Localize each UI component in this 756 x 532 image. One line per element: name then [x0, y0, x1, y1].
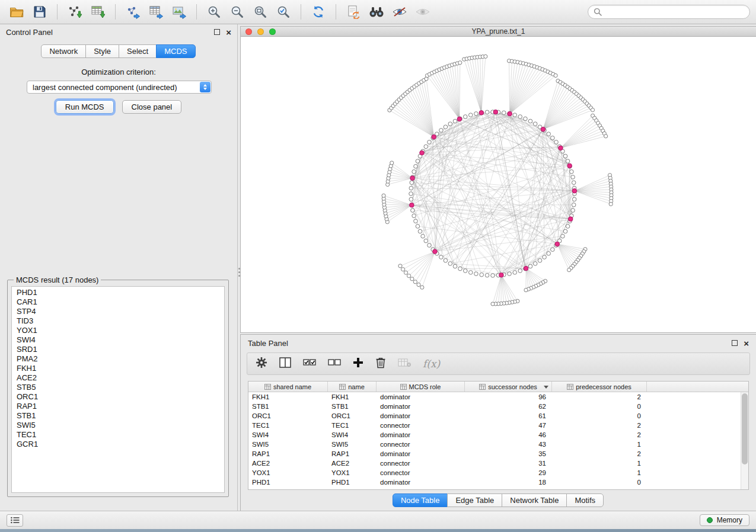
table-row[interactable]: FKH1FKH1dominator962: [248, 392, 741, 402]
table-row[interactable]: ACE2ACE2connector311: [248, 459, 741, 468]
mcds-result-item[interactable]: FKH1: [12, 364, 224, 373]
import-table-button[interactable]: [87, 2, 109, 21]
zoom-in-button[interactable]: [203, 2, 225, 21]
close-panel-icon[interactable]: ×: [744, 339, 749, 348]
mcds-result-item[interactable]: STB5: [12, 383, 224, 392]
table-cell: TEC1: [328, 422, 377, 429]
table-cell: 43: [465, 441, 552, 448]
table-cell: 2: [552, 450, 647, 457]
table-row[interactable]: YOX1YOX1connector291: [248, 468, 741, 477]
graphics-details-button[interactable]: [389, 2, 410, 21]
column-header-shared-name[interactable]: shared name: [248, 382, 328, 392]
mcds-result-item[interactable]: RAP1: [12, 402, 224, 411]
close-window-icon[interactable]: [245, 28, 252, 35]
tab-node-table[interactable]: Node Table: [393, 493, 448, 507]
mcds-result-item[interactable]: SWI4: [12, 335, 224, 345]
maximize-window-icon[interactable]: [269, 28, 276, 35]
export-table-button[interactable]: [145, 2, 167, 21]
table-cell: connector: [377, 460, 465, 467]
mcds-result-item[interactable]: STB1: [12, 411, 224, 421]
table-cell: 2: [552, 422, 647, 429]
deselect-all-button[interactable]: [328, 357, 341, 370]
birdseye-view-button[interactable]: [412, 2, 433, 21]
mcds-result-item[interactable]: TID3: [12, 316, 224, 326]
delete-row-button[interactable]: [375, 357, 386, 371]
table-row[interactable]: SWI5SWI5connector431: [248, 440, 741, 449]
list-icon: [11, 517, 20, 524]
table-cell: dominator: [377, 403, 465, 410]
mcds-result-item[interactable]: YOX1: [12, 326, 224, 335]
close-panel-button[interactable]: Close panel: [122, 100, 182, 114]
optimization-criterion-select[interactable]: largest connected component (undirected): [27, 81, 212, 94]
save-icon: [33, 5, 46, 18]
table-scrollbar[interactable]: [741, 392, 748, 489]
mcds-result-item[interactable]: ACE2: [12, 373, 224, 383]
float-panel-icon[interactable]: [214, 29, 220, 35]
search-box[interactable]: [588, 5, 750, 19]
tab-style[interactable]: Style: [85, 44, 119, 58]
mcds-result-item[interactable]: ORC1: [12, 392, 224, 402]
column-header-name[interactable]: name: [328, 382, 377, 392]
eye-icon: [415, 6, 430, 18]
copy-network-button[interactable]: [343, 2, 364, 21]
mcds-result-item[interactable]: PHD1: [12, 288, 224, 297]
export-image-button[interactable]: [168, 2, 190, 21]
clear-table-button[interactable]: [398, 358, 411, 370]
export-network-button[interactable]: [122, 2, 143, 21]
mcds-result-item[interactable]: PMA2: [12, 354, 224, 364]
run-mcds-button[interactable]: Run MCDS: [56, 100, 114, 114]
mcds-result-item[interactable]: GCR1: [12, 440, 224, 449]
float-panel-icon[interactable]: [732, 340, 738, 346]
minimize-window-icon[interactable]: [257, 28, 264, 35]
control-panel-tabbar: Network Style Select MCDS: [0, 44, 237, 58]
status-menu-button[interactable]: [7, 514, 23, 527]
eye-slash-icon: [392, 6, 407, 18]
tab-select[interactable]: Select: [119, 44, 157, 58]
find-button[interactable]: [366, 2, 387, 21]
close-panel-icon[interactable]: ×: [226, 28, 231, 37]
mcds-result-item[interactable]: TEC1: [12, 430, 224, 440]
table-settings-button[interactable]: [256, 357, 267, 371]
zoom-out-button[interactable]: [227, 2, 248, 21]
show-columns-button[interactable]: [279, 357, 291, 370]
apply-layout-button[interactable]: [308, 2, 329, 21]
tab-network[interactable]: Network: [41, 44, 86, 58]
save-session-button[interactable]: [29, 2, 50, 21]
table-row[interactable]: SWI4SWI4dominator462: [248, 430, 741, 440]
column-header-predecessor-nodes[interactable]: predecessor nodes: [552, 382, 647, 392]
memory-button[interactable]: Memory: [700, 514, 749, 526]
mcds-result-item[interactable]: CAR1: [12, 297, 224, 307]
open-session-button[interactable]: [6, 2, 27, 21]
tab-network-table[interactable]: Network Table: [502, 493, 567, 507]
tab-edge-table[interactable]: Edge Table: [447, 493, 502, 507]
table-row[interactable]: TEC1TEC1connector472: [248, 421, 741, 430]
scrollbar-thumb[interactable]: [742, 393, 748, 464]
mcds-result-list[interactable]: PHD1CAR1STP4TID3YOX1SWI4SRD1PMA2FKH1ACE2…: [11, 286, 225, 493]
sort-caret-icon[interactable]: [544, 386, 548, 389]
table-row[interactable]: PHD1PHD1dominator180: [248, 477, 741, 487]
select-all-button[interactable]: [303, 357, 316, 370]
zoom-selected-button[interactable]: [273, 2, 294, 21]
function-builder-button[interactable]: f(x): [423, 358, 440, 370]
table-row[interactable]: STB1STB1dominator620: [248, 402, 741, 411]
tab-motifs[interactable]: Motifs: [566, 493, 604, 507]
import-network-icon: [68, 5, 82, 19]
control-panel-title: Control Panel: [6, 28, 53, 37]
zoom-fit-button[interactable]: [250, 2, 271, 21]
add-row-button[interactable]: [353, 357, 363, 370]
mcds-result-item[interactable]: STP4: [12, 307, 224, 316]
network-canvas[interactable]: [241, 37, 756, 332]
tab-mcds[interactable]: MCDS: [156, 44, 195, 58]
network-titlebar[interactable]: YPA_prune.txt_1: [241, 27, 756, 37]
mcds-result-item[interactable]: SRD1: [12, 345, 224, 354]
table-row[interactable]: RAP1RAP1dominator352: [248, 449, 741, 459]
import-network-button[interactable]: [64, 2, 85, 21]
mcds-result-title: MCDS result (17 nodes): [14, 275, 101, 284]
column-header-MCDS-role[interactable]: MCDS role: [377, 382, 465, 392]
table-row[interactable]: ORC1ORC1dominator610: [248, 411, 741, 421]
import-table-icon: [91, 5, 105, 19]
mcds-result-item[interactable]: SWI5: [12, 421, 224, 430]
column-header-successor-nodes[interactable]: successor nodes: [465, 382, 552, 392]
search-input[interactable]: [605, 8, 744, 16]
status-bar: Memory: [0, 511, 756, 529]
